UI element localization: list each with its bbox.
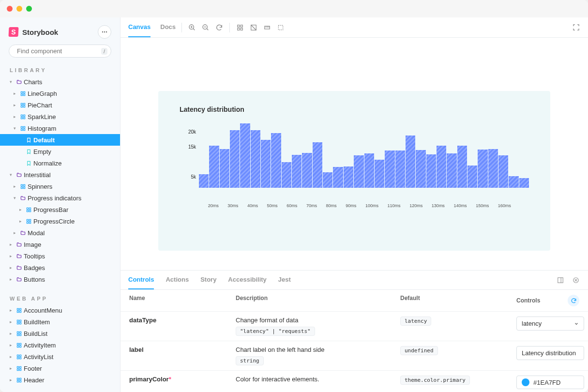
svg-rect-12 [23,106,25,107]
brand[interactable]: S Storybook [9,27,58,37]
addons-orientation-button[interactable] [556,276,565,285]
svg-line-66 [207,29,208,30]
close-window[interactable] [7,6,13,12]
sidebar-item-progresscircle[interactable]: ▸ProgressCircle [0,215,120,227]
addon-tab-controls[interactable]: Controls [128,271,154,289]
sidebar-item-interstitial[interactable]: ▾Interstitial [0,169,120,181]
addon-tab-jest[interactable]: Jest [278,271,291,289]
search-input-wrapper[interactable]: / [9,45,111,58]
sidebar-item-empty[interactable]: Empty [0,146,120,157]
addon-tab-actions[interactable]: Actions [166,271,189,289]
sidebar-item-badges[interactable]: ▸Badges [0,262,120,273]
sidebar-menu-button[interactable] [98,25,111,39]
caret-icon: ▾ [10,79,14,84]
svg-rect-20 [23,129,25,130]
minimize-window[interactable] [16,6,22,12]
folder-icon [16,253,22,259]
sidebar-item-footer[interactable]: ▸Footer [0,362,120,374]
histogram-bar [385,151,394,188]
col-controls: Controls [516,297,540,304]
caret-icon: ▸ [19,219,24,224]
sidebar-item-buttons[interactable]: ▸Buttons [0,273,120,285]
sidebar-item-label: Modal [28,229,45,237]
chart-title: Latency distribution [180,106,529,113]
grid-button[interactable] [236,23,244,32]
sidebar-item-accountmenu[interactable]: ▸AccountMenu [0,304,120,316]
histogram-bar [426,154,436,188]
sidebar-item-linegraph[interactable]: ▸LineGraph [0,88,120,99]
addon-tab-accessibility[interactable]: Accessibility [228,271,267,289]
viewport-button[interactable] [263,23,271,32]
svg-rect-19 [21,129,22,130]
tab-canvas[interactable]: Canvas [128,17,151,37]
component-icon [16,319,22,325]
ytick: 5k [191,174,196,180]
tab-docs[interactable]: Docs [160,17,176,37]
histogram-bar [220,149,229,188]
sidebar-item-label: Interstitial [24,171,51,179]
sidebar-item-activitylist[interactable]: ▸ActivityList [0,351,120,362]
reset-controls-button[interactable] [568,295,579,306]
sidebar-item-charts[interactable]: ▾Charts [0,76,120,88]
measure-button[interactable] [276,23,285,32]
sidebar-item-normalize[interactable]: Normalize [0,157,120,169]
sidebar-item-label: ProgressCircle [33,218,75,225]
svg-rect-60 [19,380,21,382]
sidebar-item-sparkline[interactable]: ▸SparkLine [0,111,120,122]
sidebar-item-progressbar[interactable]: ▸ProgressBar [0,204,120,215]
svg-rect-5 [21,91,22,93]
histogram-bar [406,136,415,188]
sidebar-item-buildlist[interactable]: ▸BuildList [0,328,120,339]
sidebar-item-tooltips[interactable]: ▸Tooltips [0,250,120,262]
svg-rect-22 [23,184,25,186]
story-icon [26,149,31,154]
sidebar-item-label: ProgressBar [33,206,68,213]
caret-icon: ▸ [14,103,18,107]
histogram-bar [230,130,240,188]
addons-close-button[interactable] [572,276,580,285]
storybook-logo-icon: S [8,27,18,37]
control-color-primaryColor[interactable]: #1EA7FD [516,376,584,389]
zoom-reset-button[interactable] [215,23,224,32]
sidebar-item-label: PieChart [28,102,52,109]
sidebar-item-label: Charts [24,78,42,86]
sidebar-item-histogram[interactable]: ▾Histogram [0,122,120,134]
histogram-bar [209,146,219,188]
sidebar-item-piechart[interactable]: ▸PieChart [0,99,120,111]
sidebar-item-spinners[interactable]: ▸Spinners [0,181,120,192]
sidebar-item-label: Histogram [28,125,56,132]
histogram-bar [313,142,322,188]
zoom-out-button[interactable] [201,23,210,32]
svg-rect-40 [19,322,21,324]
folder-icon [16,265,22,271]
svg-rect-25 [27,208,28,209]
sidebar-item-builditem[interactable]: ▸BuildItem [0,316,120,328]
storybook-window: S Storybook / LIBRARY ▾Charts▸LineGraph▸… [0,0,588,392]
svg-rect-45 [17,343,18,345]
zoom-in-button[interactable] [188,23,196,32]
component-icon [20,90,26,96]
sidebar-item-label: Empty [33,148,51,155]
sidebar-item-default[interactable]: Default [0,134,120,146]
control-text-label[interactable]: Latency distribution [516,346,584,360]
fullscreen-icon [573,24,580,31]
sidebar-item-image[interactable]: ▸Image [0,239,120,250]
xtick: 100ms [365,203,378,208]
sidebar-item-header[interactable]: ▸Header [0,374,120,386]
maximize-window[interactable] [26,6,32,12]
sidebar-item-modal[interactable]: ▸Modal [0,227,120,239]
sidebar-item-progress-indicators[interactable]: ▾Progress indicators [0,192,120,204]
sidebar-item-activityitem[interactable]: ▸ActivityItem [0,339,120,351]
svg-rect-31 [27,222,28,223]
addon-tab-story[interactable]: Story [200,271,216,289]
fullscreen-button[interactable] [572,23,580,32]
svg-rect-77 [278,25,283,30]
background-button[interactable] [249,23,258,32]
svg-rect-43 [17,334,18,335]
histogram-bar [509,176,518,188]
control-select-dataType[interactable]: latency [516,317,584,331]
svg-rect-41 [17,332,18,333]
close-icon [573,277,579,284]
search-input[interactable] [17,47,98,55]
svg-rect-58 [19,378,21,379]
